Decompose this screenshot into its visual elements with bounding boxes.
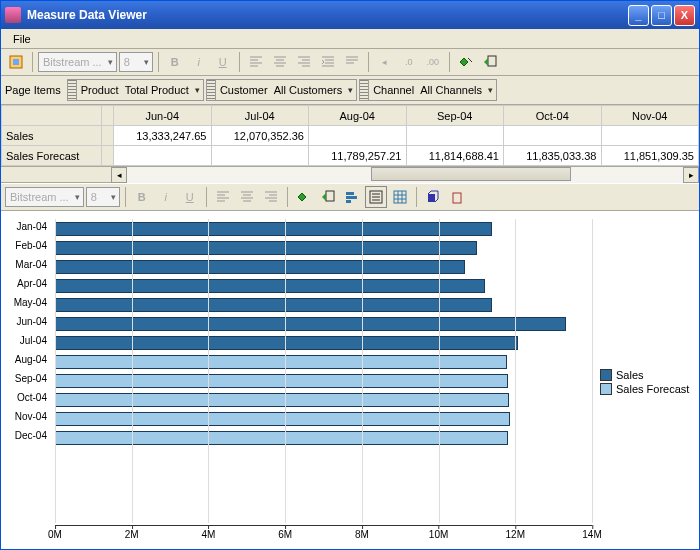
col-header: Oct-04	[504, 106, 602, 126]
align-left-button[interactable]	[212, 186, 234, 208]
table-row: Sales 13,333,247.6512,070,352.36	[2, 126, 699, 146]
drag-handle-icon[interactable]	[206, 79, 216, 101]
dimensions-tool-icon[interactable]	[317, 186, 339, 208]
h-scrollbar[interactable]: ◂ ▸	[1, 166, 699, 182]
drag-handle-icon[interactable]	[359, 79, 369, 101]
toolbar-top: Bitstream ... 8 B i U ◂ .0 .00	[1, 49, 699, 76]
svg-rect-9	[428, 194, 435, 202]
legend-item-sales: Sales	[600, 369, 695, 381]
svg-rect-3	[326, 191, 334, 201]
toolbar-chart: Bitstream ... 8 B i U	[1, 183, 699, 211]
bold-button[interactable]: B	[131, 186, 153, 208]
col-header: Sep-04	[406, 106, 504, 126]
font-size-select[interactable]: 8	[119, 52, 153, 72]
gridlines-toggle-icon[interactable]	[389, 186, 411, 208]
window-title: Measure Data Viewer	[27, 8, 147, 22]
col-header: Nov-04	[601, 106, 699, 126]
legend-item-forecast: Sales Forecast	[600, 383, 695, 395]
col-header: Aug-04	[309, 106, 407, 126]
font-family-select[interactable]: Bitstream ...	[5, 187, 84, 207]
align-center-button[interactable]	[269, 51, 291, 73]
svg-rect-8	[394, 191, 406, 203]
members-tool-icon[interactable]	[455, 51, 477, 73]
legend-toggle-icon[interactable]	[365, 186, 387, 208]
bold-button[interactable]: B	[164, 51, 186, 73]
titlebar[interactable]: Measure Data Viewer _ □ X	[1, 1, 699, 29]
decimals-0-button[interactable]: .0	[398, 51, 420, 73]
minimize-button[interactable]: _	[628, 5, 649, 26]
page-item-product[interactable]: Product Total Product	[67, 79, 204, 101]
scroll-left-icon[interactable]: ◂	[111, 167, 127, 183]
data-grid[interactable]: Jun-04 Jul-04 Aug-04 Sep-04 Oct-04 Nov-0…	[1, 105, 699, 183]
app-icon	[5, 7, 21, 23]
scroll-right-icon[interactable]: ▸	[683, 167, 699, 183]
drag-handle-icon[interactable]	[67, 79, 77, 101]
app-window: Measure Data Viewer _ □ X File Bitstream…	[0, 0, 700, 550]
menu-file[interactable]: File	[7, 31, 37, 47]
scroll-thumb[interactable]	[371, 167, 571, 181]
underline-button[interactable]: U	[212, 51, 234, 73]
italic-button[interactable]: i	[188, 51, 210, 73]
col-header: Jul-04	[211, 106, 309, 126]
align-right-button[interactable]	[293, 51, 315, 73]
3d-toggle-icon[interactable]	[422, 186, 444, 208]
col-header: Jun-04	[114, 106, 212, 126]
legend-swatch-icon	[600, 369, 612, 381]
close-button[interactable]: X	[674, 5, 695, 26]
bar-chart[interactable]: 0M2M4M6M8M10M12M14MJan-04Feb-04Mar-04Apr…	[5, 219, 600, 545]
table-row: Sales Forecast 11,789,257.2111,814,688.4…	[2, 146, 699, 166]
members-tool-icon[interactable]	[293, 186, 315, 208]
svg-rect-2	[488, 56, 496, 66]
chart-type-bar-icon[interactable]	[341, 186, 363, 208]
chart-area: 0M2M4M6M8M10M12M14MJan-04Feb-04Mar-04Apr…	[1, 211, 699, 549]
page-item-customer[interactable]: Customer All Customers	[206, 79, 357, 101]
font-size-select[interactable]: 8	[86, 187, 120, 207]
legend: Sales Sales Forecast	[600, 219, 695, 545]
underline-button[interactable]: U	[179, 186, 201, 208]
svg-rect-6	[346, 200, 351, 203]
align-center-button[interactable]	[236, 186, 258, 208]
page-items-label: Page Items	[5, 84, 61, 96]
dimensions-tool-icon[interactable]	[479, 51, 501, 73]
svg-rect-7	[370, 191, 382, 203]
align-left-button[interactable]	[245, 51, 267, 73]
decimals-00-button[interactable]: .00	[422, 51, 444, 73]
svg-rect-5	[346, 196, 357, 199]
row-header: Sales Forecast	[2, 146, 102, 166]
wrap-button[interactable]	[341, 51, 363, 73]
svg-rect-1	[13, 59, 19, 65]
italic-button[interactable]: i	[155, 186, 177, 208]
page-item-channel[interactable]: Channel All Channels	[359, 79, 497, 101]
font-family-select[interactable]: Bitstream ...	[38, 52, 117, 72]
maximize-button[interactable]: □	[651, 5, 672, 26]
row-header: Sales	[2, 126, 102, 146]
align-right-button[interactable]	[260, 186, 282, 208]
page-items-bar: Page Items Product Total Product Custome…	[1, 76, 699, 105]
legend-swatch-icon	[600, 383, 612, 395]
indent-button[interactable]	[317, 51, 339, 73]
rotate-icon[interactable]	[446, 186, 468, 208]
svg-rect-10	[453, 193, 461, 203]
svg-rect-4	[346, 192, 354, 195]
format-tool-icon[interactable]	[5, 51, 27, 73]
decimals-dec-button[interactable]: ◂	[374, 51, 396, 73]
menubar: File	[1, 29, 699, 49]
svg-rect-0	[10, 56, 22, 68]
